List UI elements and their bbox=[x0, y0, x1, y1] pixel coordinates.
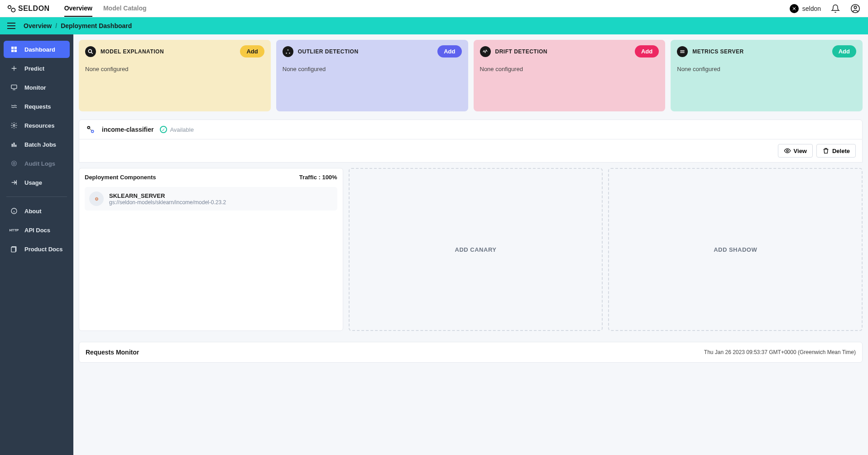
topbar-right: seldon bbox=[790, 3, 861, 14]
card-title: METRICS SERVER bbox=[692, 48, 743, 55]
sidebar-item-about[interactable]: About bbox=[4, 202, 70, 220]
cards-row: MODEL EXPLANATION Add None configured OU… bbox=[79, 40, 863, 111]
card-outlier-detection: OUTLIER DETECTION Add None configured bbox=[276, 40, 468, 111]
svg-rect-6 bbox=[11, 47, 14, 49]
svg-point-26 bbox=[786, 150, 788, 152]
breadcrumb-bar: Overview / Deployment Dashboard bbox=[0, 17, 868, 34]
notifications-icon[interactable] bbox=[830, 3, 841, 14]
card-drift-detection: DRIFT DETECTION Add None configured bbox=[474, 40, 666, 111]
info-icon bbox=[10, 207, 18, 215]
card-metrics-server: METRICS SERVER Add None configured bbox=[671, 40, 863, 111]
sidebar-label: Monitor bbox=[24, 84, 46, 91]
http-icon: HTTP bbox=[10, 226, 18, 234]
breadcrumb-current: Deployment Dashboard bbox=[61, 22, 132, 29]
dashboard-icon bbox=[10, 45, 18, 53]
sidebar-item-resources[interactable]: Resources bbox=[4, 117, 70, 134]
svg-rect-7 bbox=[14, 47, 17, 49]
status-badge: ✓ Available bbox=[160, 126, 194, 133]
card-title: DRIFT DETECTION bbox=[495, 48, 548, 55]
requests-monitor-timestamp: Thu Jan 26 2023 09:53:37 GMT+0000 (Green… bbox=[704, 349, 856, 355]
add-canary-panel[interactable]: ADD CANARY bbox=[349, 168, 603, 331]
top-nav: Overview Model Catalog bbox=[64, 0, 147, 17]
sidebar-divider bbox=[6, 196, 67, 197]
brand-text: SELDON bbox=[18, 5, 50, 13]
component-name: SKLEARN_SERVER bbox=[109, 192, 226, 199]
content: MODEL EXPLANATION Add None configured OU… bbox=[73, 34, 868, 455]
waves-icon bbox=[10, 102, 18, 110]
sidebar-item-predict[interactable]: Predict bbox=[4, 60, 70, 77]
sidebar-item-usage[interactable]: Usage bbox=[4, 174, 70, 191]
sidebar-label: Dashboard bbox=[24, 46, 55, 53]
deployment-icon bbox=[86, 125, 96, 134]
sidebar-item-monitor[interactable]: Monitor bbox=[4, 79, 70, 96]
sidebar-label: Requests bbox=[24, 103, 51, 110]
svg-rect-12 bbox=[12, 144, 13, 147]
svg-point-20 bbox=[88, 49, 91, 53]
plus-icon bbox=[10, 64, 18, 72]
svg-point-16 bbox=[13, 163, 15, 164]
check-icon: ✓ bbox=[160, 126, 167, 133]
svg-rect-14 bbox=[15, 145, 17, 147]
add-metrics-button[interactable]: Add bbox=[832, 45, 856, 57]
tab-overview[interactable]: Overview bbox=[64, 0, 92, 17]
card-title: OUTLIER DETECTION bbox=[298, 48, 359, 55]
sidebar-item-product-docs[interactable]: Product Docs bbox=[4, 240, 70, 258]
topbar: SELDON Overview Model Catalog seldon bbox=[0, 0, 868, 17]
card-status: None configured bbox=[677, 66, 856, 72]
tab-model-catalog[interactable]: Model Catalog bbox=[103, 0, 147, 17]
sidebar-item-dashboard[interactable]: Dashboard bbox=[4, 41, 70, 58]
account-icon[interactable] bbox=[850, 3, 861, 14]
component-item[interactable]: ⚙︎ SKLEARN_SERVER gs://seldon-models/skl… bbox=[85, 187, 337, 211]
add-shadow-panel[interactable]: ADD SHADOW bbox=[608, 168, 863, 331]
view-button[interactable]: View bbox=[778, 144, 813, 158]
sidebar-label: Batch Jobs bbox=[24, 141, 56, 148]
card-status: None configured bbox=[85, 66, 264, 72]
svg-point-0 bbox=[8, 5, 11, 9]
breadcrumb-root[interactable]: Overview bbox=[24, 22, 52, 29]
arrow-out-icon bbox=[10, 178, 18, 187]
requests-monitor-title: Requests Monitor bbox=[86, 349, 139, 356]
breadcrumb: Overview / Deployment Dashboard bbox=[24, 22, 132, 29]
sidebar-label: Resources bbox=[24, 122, 54, 129]
svg-rect-13 bbox=[14, 143, 15, 147]
svg-point-23 bbox=[288, 49, 288, 50]
deployment-header: income-classifier ✓ Available bbox=[79, 120, 863, 139]
svg-point-5 bbox=[854, 6, 857, 9]
sidebar-item-requests[interactable]: Requests bbox=[4, 98, 70, 115]
explain-icon bbox=[85, 46, 96, 57]
card-status: None configured bbox=[283, 66, 462, 72]
user-chip[interactable]: seldon bbox=[790, 4, 821, 13]
svg-rect-9 bbox=[14, 50, 17, 52]
sklearn-icon: ⚙︎ bbox=[89, 192, 104, 206]
sidebar-label: Usage bbox=[24, 179, 42, 186]
components-row: Deployment Components Traffic : 100% ⚙︎ … bbox=[79, 168, 863, 331]
card-title: MODEL EXPLANATION bbox=[101, 48, 164, 55]
target-icon bbox=[10, 159, 18, 168]
requests-monitor: Requests Monitor Thu Jan 26 2023 09:53:3… bbox=[79, 342, 863, 363]
sidebar-item-audit-logs[interactable]: Audit Logs bbox=[4, 155, 70, 172]
svg-point-22 bbox=[289, 53, 290, 53]
svg-rect-10 bbox=[11, 85, 17, 89]
add-outlier-button[interactable]: Add bbox=[437, 45, 461, 57]
svg-point-11 bbox=[13, 125, 15, 126]
sidebar-item-batch-jobs[interactable]: Batch Jobs bbox=[4, 136, 70, 153]
brand-logo: SELDON bbox=[7, 4, 50, 13]
drift-icon bbox=[480, 46, 491, 57]
menu-toggle-icon[interactable] bbox=[7, 20, 18, 31]
add-drift-button[interactable]: Add bbox=[635, 45, 659, 57]
components-title: Deployment Components bbox=[85, 174, 156, 181]
sidebar-item-api-docs[interactable]: HTTP API Docs bbox=[4, 221, 70, 239]
deployment-components-panel: Deployment Components Traffic : 100% ⚙︎ … bbox=[79, 168, 343, 331]
component-path: gs://seldon-models/sklearn/income/model-… bbox=[109, 199, 226, 206]
delete-button[interactable]: Delete bbox=[816, 144, 856, 158]
svg-point-1 bbox=[11, 8, 15, 12]
card-model-explanation: MODEL EXPLANATION Add None configured bbox=[79, 40, 271, 111]
bars-icon bbox=[10, 140, 18, 148]
gear-icon bbox=[10, 121, 18, 129]
sidebar-label: Product Docs bbox=[24, 246, 63, 253]
svg-rect-19 bbox=[11, 247, 15, 252]
eye-icon bbox=[784, 147, 791, 154]
sidebar-label: Audit Logs bbox=[24, 160, 55, 167]
monitor-icon bbox=[10, 83, 18, 91]
add-explain-button[interactable]: Add bbox=[240, 45, 264, 57]
